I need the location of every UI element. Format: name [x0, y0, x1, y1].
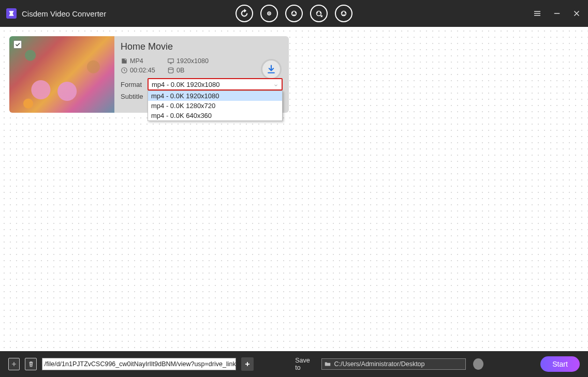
start-button[interactable]: Start: [540, 356, 580, 372]
subtitle-label: Subtitle: [121, 93, 148, 100]
duration-meta: 00:02:45: [121, 67, 167, 74]
format-option[interactable]: mp4 - 0.0K 1920x1080: [148, 91, 282, 101]
main-area: Home Movie MP4 1920x1080 00:02:45 0B: [0, 27, 588, 351]
format-selected-value: mp4 - 0.0K 1920x1080: [152, 81, 220, 88]
mode-toolbar: [236, 5, 352, 22]
video-title: Home Movie: [121, 41, 283, 52]
edit-mode-icon[interactable]: [285, 5, 303, 22]
format-option[interactable]: mp4 - 0.0K 640x360: [148, 111, 282, 120]
svg-point-13: [343, 14, 344, 16]
download-button[interactable]: [261, 59, 282, 80]
url-input[interactable]: /file/d/1n1PJTZvCSC996_cw0itNayIrIlt9dBN…: [42, 358, 236, 370]
container-meta: MP4: [121, 57, 167, 65]
svg-rect-15: [168, 59, 174, 63]
svg-point-12: [345, 12, 346, 13]
minimize-icon[interactable]: [552, 8, 562, 19]
storage-icon: [167, 67, 174, 74]
svg-point-2: [292, 11, 297, 16]
container-value: MP4: [130, 57, 143, 65]
video-thumbnail[interactable]: [9, 36, 114, 113]
bottombar: /file/d/1n1PJTZvCSC996_cw0itNayIrIlt9dBN…: [0, 351, 588, 377]
select-checkbox[interactable]: [13, 40, 22, 49]
titlebar: Cisdem Video Converter: [0, 0, 588, 27]
rip-mode-icon[interactable]: [310, 5, 328, 22]
svg-point-8: [317, 12, 318, 13]
delete-button[interactable]: [25, 358, 36, 370]
folder-icon: [324, 360, 331, 368]
app-title: Cisdem Video Converter: [22, 9, 106, 18]
clock-icon: [121, 67, 128, 74]
svg-point-9: [320, 12, 321, 13]
video-card: Home Movie MP4 1920x1080 00:02:45 0B: [9, 36, 289, 113]
disk-icon: [121, 57, 128, 65]
save-path-box[interactable]: C:/Users/Administrator/Desktop: [321, 358, 465, 370]
format-select[interactable]: mp4 - 0.0K 1920x1080: [148, 78, 283, 91]
open-folder-button[interactable]: [473, 358, 483, 370]
svg-point-14: [344, 14, 345, 16]
saveto-label: Save to: [295, 357, 315, 371]
svg-point-1: [269, 13, 270, 14]
monitor-icon: [167, 57, 174, 65]
svg-point-7: [317, 11, 321, 16]
add-url-button[interactable]: [241, 357, 254, 371]
svg-point-11: [342, 12, 343, 13]
format-row: Format mp4 - 0.0K 1920x1080 mp4 - 0.0K 1…: [121, 78, 283, 91]
convert-mode-icon[interactable]: [236, 5, 253, 22]
save-path-value: C:/Users/Administrator/Desktop: [334, 360, 424, 368]
format-dropdown: mp4 - 0.0K 1920x1080 mp4 - 0.0K 1280x720…: [148, 91, 283, 121]
format-label: Format: [121, 81, 148, 88]
close-icon[interactable]: [571, 8, 582, 19]
svg-point-3: [292, 12, 293, 13]
hamburger-menu-icon[interactable]: [532, 8, 542, 19]
burn-mode-icon[interactable]: [335, 5, 352, 22]
svg-point-10: [342, 11, 346, 16]
svg-point-6: [295, 14, 296, 16]
chevron-down-icon: [273, 82, 278, 87]
download-mode-icon[interactable]: [260, 5, 278, 22]
app-logo-icon: [6, 8, 17, 19]
duration-value: 00:02:45: [130, 67, 155, 74]
add-file-button[interactable]: [8, 358, 20, 370]
resolution-value: 1920x1080: [177, 57, 209, 65]
svg-point-17: [168, 68, 173, 70]
svg-point-4: [295, 12, 296, 13]
format-option[interactable]: mp4 - 0.0K 1280x720: [148, 101, 282, 111]
svg-point-5: [293, 14, 294, 16]
size-value: 0B: [177, 67, 184, 74]
